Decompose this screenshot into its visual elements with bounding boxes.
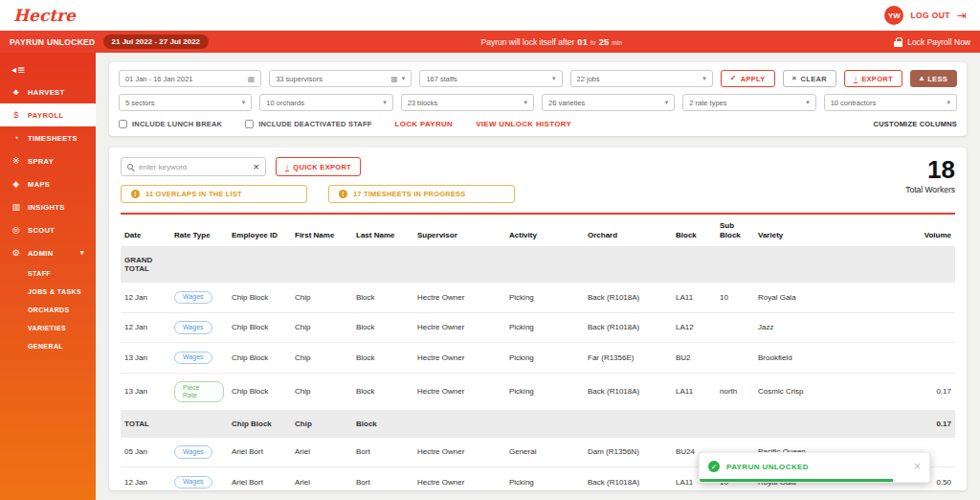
clear-button[interactable]: × CLEAR [783,70,836,87]
lock-countdown-hours-unit: hr [590,39,596,46]
logout-icon[interactable]: ⇥ [957,10,967,21]
spray-icon: ※ [11,156,21,166]
clear-search-icon[interactable]: × [254,162,259,172]
table-cell [352,247,413,283]
sidebar-subitem-varieties[interactable]: VARIETIES [0,319,96,337]
table-cell [840,312,955,342]
payrun-date-range-badge[interactable]: 21 Jul 2022 - 27 Jul 2022 [103,34,210,49]
contractors-select[interactable]: 10 contractors ▾ [824,94,957,111]
table-toolbar-left: × ↓ QUICK EXPORT ! 11 OVERLAPS IN THE LI… [121,157,905,203]
table-cell: Ariel Bort [228,437,291,466]
staffs-select[interactable]: 167 staffs ▾ [419,70,562,87]
table-cell: LA11 [672,283,716,312]
table-cell: Hectre Owner [413,373,505,411]
search-box[interactable]: × [121,157,266,176]
sidebar-item-scout[interactable]: ◎ SCOUT [0,218,96,241]
table-cell: 0.17 [840,411,955,438]
payrun-table: DateRate TypeEmployee IDFirst NameLast N… [121,213,955,490]
jobs-select[interactable]: 22 jobs ▾ [570,70,713,87]
table-cell: Back (R1018A) [584,283,672,312]
table-cell: Back (R1018A) [584,373,672,411]
table-cell: 12 Jan [121,467,170,490]
table-cell: 0.17 [840,373,955,411]
search-input[interactable] [139,163,248,171]
sidebar-item-timesheets[interactable]: ◔ TIMESHEETS [0,126,96,149]
table-row: 13 JanPiece RateChip BlockChipBlockHectr… [121,373,955,411]
varieties-select[interactable]: 26 varieties ▾ [542,94,675,111]
sidebar-subitem-jobs-tasks[interactable]: JOBS & TASKS [0,283,96,301]
collapse-menu-icon[interactable]: ◂≣ [0,57,96,80]
hectre-app: Hectre YW LOG OUT ⇥ PAYRUN UNLOCKED 21 J… [0,0,980,500]
sidebar-item-admin[interactable]: ⚙ ADMIN ▾ [0,241,96,264]
close-icon: × [792,75,797,82]
sidebar-item-payroll[interactable]: $ PAYROLL [0,103,96,126]
column-header: Supervisor [413,214,505,247]
table-cell: Wages [170,467,228,490]
sidebar-item-spray[interactable]: ※ SPRAY [0,149,96,172]
view-unlock-history-link[interactable]: VIEW UNLOCK HISTORY [476,120,571,128]
table-cell: Picking [505,467,584,490]
payrun-status-label: PAYRUN UNLOCKED [10,37,96,47]
sidebar-item-label: INSIGHTS [28,203,65,212]
table-cell: 13 Jan [121,373,170,411]
include-lunch-break-checkbox[interactable]: INCLUDE LUNCH BREAK [119,120,222,128]
quick-export-button[interactable]: ↓ QUICK EXPORT [276,157,361,176]
apply-button[interactable]: ✓ APPLY [721,70,775,87]
export-button[interactable]: ↓ EXPORT [844,70,902,87]
table-cell: Back (R1018A) [584,312,672,342]
warnings-row: ! 11 OVERLAPS IN THE LIST ! 17 TIMESHEET… [121,185,905,203]
blocks-select[interactable]: 23 blocks ▾ [401,94,534,111]
sidebar-item-maps[interactable]: ◈ MAPS [0,172,96,195]
table-cell [584,247,672,283]
sidebar-item-harvest[interactable]: ♣ HARVEST [0,80,96,103]
chevron-down-icon: ▾ [383,99,387,106]
date-range-input[interactable]: 01 Jan - 16 Jan 2021 ▦ [119,70,261,87]
rate-type-badge: Wages [174,476,212,489]
table-cell: 12 Jan [121,312,170,342]
column-header: Date [121,214,170,247]
column-header: Volume [840,214,955,247]
table-cell: Bort [352,467,413,490]
sidebar-item-label: TIMESHEETS [28,134,78,143]
less-button[interactable]: ▴ LESS [910,70,957,87]
table-row: TOTALChip BlockChipBlock0.17 [121,411,955,438]
table-cell: Block [352,411,413,438]
table-cell: Hectre Owner [413,437,505,466]
table-cell: Ariel [291,437,352,466]
logout-button[interactable]: LOG OUT [910,11,950,20]
sidebar-subitem-general[interactable]: GENERAL [0,337,96,355]
varieties-value: 26 varieties [548,99,661,107]
table-cell: 13 Jan [121,343,170,373]
lock-payroll-now-button[interactable]: Lock Payroll Now [894,37,970,47]
avatar[interactable]: YW [884,6,903,25]
table-cell: Hectre Owner [413,312,505,342]
column-header: Sub Block [716,214,754,247]
customize-columns-button[interactable]: CUSTOMIZE COLUMNS [874,120,957,128]
table-cell: Cosmic Crisp [754,373,840,411]
sectors-select[interactable]: 5 sectors ▾ [119,94,252,111]
include-deactivated-staff-checkbox[interactable]: INCLUDE DEACTIVATED STAFF [245,120,371,128]
sidebar-subitem-staff[interactable]: STAFF [0,264,96,283]
supervisors-select[interactable]: 33 supervisors ▦ ▾ [269,70,412,87]
table-cell [291,247,352,283]
column-header: Employee ID [228,214,291,247]
grid-icon: ▦ [390,75,398,83]
table-cell: Bort [352,437,413,466]
supervisors-value: 33 supervisors [276,75,387,83]
toast-close-icon[interactable]: × [914,461,921,472]
table-cell: BU2 [672,343,716,373]
lock-payrun-link[interactable]: LOCK PAYRUN [395,120,454,128]
table-cell: Ariel Bort [228,467,291,490]
rate-types-select[interactable]: 2 rate types ▾ [682,94,815,111]
overlaps-warning-badge[interactable]: ! 11 OVERLAPS IN THE LIST [121,185,307,203]
table-cell [754,411,840,438]
timesheets-warning-badge[interactable]: ! 17 TIMESHEETS IN PROGRESS [328,185,515,203]
toast-progress-bar [700,479,893,482]
table-cell: Chip Block [228,343,291,373]
sidebar-subitem-orchards[interactable]: ORCHARDS [0,301,96,319]
lock-countdown-minutes-unit: min [612,39,621,46]
sidebar-item-insights[interactable]: ▥ INSIGHTS [0,195,96,218]
chevron-down-icon: ▾ [806,99,810,106]
column-header: Variety [754,214,840,247]
orchards-select[interactable]: 10 orchards ▾ [259,94,392,111]
